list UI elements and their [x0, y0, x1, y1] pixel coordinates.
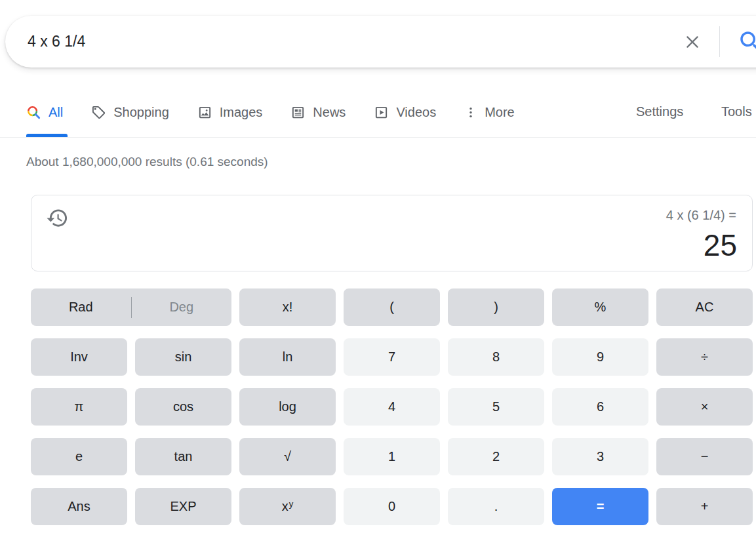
power-exponent-label: y	[289, 500, 294, 508]
tab-videos-label: Videos	[396, 105, 436, 120]
digit-9-button[interactable]: 9	[552, 338, 648, 376]
factorial-button[interactable]: x!	[239, 288, 336, 326]
all-search-icon	[26, 105, 41, 120]
digit-5-button[interactable]: 5	[448, 388, 544, 426]
calculator-keypad: Rad Deg x! ( ) % AC Inv sin ln 7 8 9 ÷ π…	[31, 288, 753, 525]
power-button[interactable]: xy	[239, 488, 336, 525]
ln-button[interactable]: ln	[239, 338, 336, 376]
inv-button[interactable]: Inv	[31, 338, 127, 376]
tan-button[interactable]: tan	[135, 438, 231, 475]
calculator-display: 4 x (6 1/4) = 25	[31, 195, 753, 271]
all-clear-button[interactable]: AC	[656, 288, 753, 326]
rad-label[interactable]: Rad	[31, 300, 131, 315]
power-base-label: x	[282, 499, 288, 514]
digit-2-button[interactable]: 2	[448, 438, 544, 475]
tab-all-label: All	[49, 105, 63, 120]
plus-button[interactable]: +	[656, 488, 753, 525]
digit-0-button[interactable]: 0	[344, 488, 440, 525]
news-icon	[290, 105, 306, 120]
tab-images[interactable]: Images	[197, 105, 263, 120]
tabs-divider	[0, 137, 756, 138]
digit-1-button[interactable]: 1	[344, 438, 440, 475]
pi-button[interactable]: π	[31, 388, 127, 426]
search-icon[interactable]	[737, 28, 756, 56]
shopping-tag-icon	[91, 105, 106, 120]
tab-images-label: Images	[220, 105, 263, 120]
sqrt-button[interactable]: √	[239, 438, 336, 475]
cos-button[interactable]: cos	[135, 388, 231, 426]
deg-label[interactable]: Deg	[132, 300, 232, 315]
sin-button[interactable]: sin	[135, 338, 231, 376]
equals-button[interactable]: =	[552, 488, 648, 525]
history-icon[interactable]	[46, 207, 69, 229]
tools-button[interactable]: Tools	[721, 104, 752, 119]
result-stats: About 1,680,000,000 results (0.61 second…	[26, 155, 268, 169]
tab-news[interactable]: News	[290, 105, 346, 120]
exp-button[interactable]: EXP	[135, 488, 231, 525]
multiply-button[interactable]: ×	[656, 388, 753, 426]
videos-icon	[374, 105, 389, 120]
tab-shopping-label: Shopping	[113, 105, 169, 120]
calculator-expression: 4 x (6 1/4) =	[666, 208, 736, 223]
euler-button[interactable]: e	[31, 438, 127, 475]
log-button[interactable]: log	[239, 388, 336, 426]
digit-7-button[interactable]: 7	[344, 338, 440, 376]
digit-6-button[interactable]: 6	[552, 388, 648, 426]
clear-icon[interactable]	[683, 33, 702, 51]
tab-all[interactable]: All	[26, 105, 63, 120]
calculator-result: 25	[704, 228, 737, 263]
decimal-button[interactable]: .	[448, 488, 544, 525]
tab-more[interactable]: More	[464, 105, 515, 120]
divide-button[interactable]: ÷	[656, 338, 753, 376]
searchbar-divider	[719, 26, 720, 57]
tab-videos[interactable]: Videos	[374, 105, 436, 120]
percent-button[interactable]: %	[552, 288, 648, 326]
more-icon	[464, 105, 477, 120]
search-bar[interactable]	[5, 16, 756, 68]
digit-4-button[interactable]: 4	[344, 388, 440, 426]
close-paren-button[interactable]: )	[448, 288, 544, 326]
calculator-widget: 4 x (6 1/4) = 25 Rad Deg x! ( ) % AC Inv…	[31, 195, 753, 525]
minus-button[interactable]: −	[656, 438, 753, 475]
search-input[interactable]	[28, 16, 657, 68]
images-icon	[197, 105, 212, 120]
tab-news-label: News	[313, 105, 346, 120]
ans-button[interactable]: Ans	[31, 488, 127, 525]
search-tabs: All Shopping Images News Videos	[26, 98, 515, 126]
rad-deg-toggle[interactable]: Rad Deg	[31, 288, 231, 326]
open-paren-button[interactable]: (	[344, 288, 440, 326]
digit-3-button[interactable]: 3	[552, 438, 648, 475]
tab-more-label: More	[485, 105, 515, 120]
digit-8-button[interactable]: 8	[448, 338, 544, 376]
tab-shopping[interactable]: Shopping	[91, 105, 169, 120]
settings-button[interactable]: Settings	[636, 104, 683, 119]
